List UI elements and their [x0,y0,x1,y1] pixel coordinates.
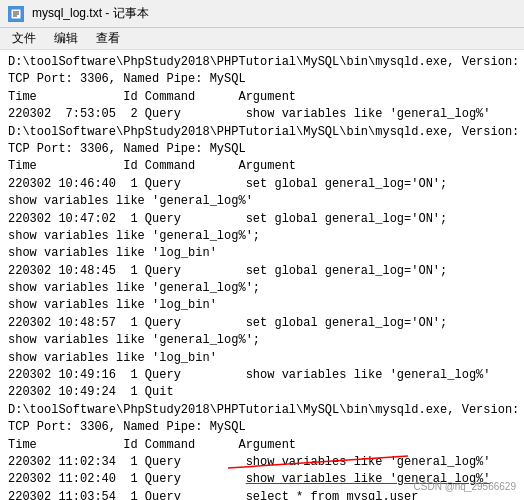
title-bar: mysql_log.txt - 记事本 [0,0,524,28]
menu-bar: 文件 编辑 查看 [0,28,524,50]
menu-file[interactable]: 文件 [4,28,44,49]
log-line: Time Id Command Argument [8,158,516,175]
log-line: 220302 10:47:02 1 Query set global gener… [8,211,516,228]
log-line: show variables like 'general_log%'; [8,280,516,297]
log-line: 220302 11:02:34 1 Query show variables l… [8,454,516,471]
window-title: mysql_log.txt - 记事本 [32,5,149,22]
log-line: 220302 10:49:16 1 Query show variables l… [8,367,516,384]
log-line: show variables like 'log_bin' [8,297,516,314]
log-line: TCP Port: 3306, Named Pipe: MySQL [8,141,516,158]
log-line: 220302 10:48:45 1 Query set global gener… [8,263,516,280]
log-line: 220302 10:49:24 1 Quit [8,384,516,401]
log-line: Time Id Command Argument [8,89,516,106]
log-line: 220302 10:48:57 1 Query set global gener… [8,315,516,332]
log-line: show variables like 'general_log%'; [8,228,516,245]
log-line: show variables like 'general_log%'; [8,332,516,349]
log-line: Time Id Command Argument [8,437,516,454]
log-line: show variables like 'log_bin' [8,245,516,262]
menu-view[interactable]: 查看 [88,28,128,49]
log-line: show variables like 'log_bin' [8,350,516,367]
log-line: D:\toolSoftware\PhpStudy2018\PHPTutorial… [8,402,516,419]
watermark: CSDN @nq_29566629 [414,481,516,492]
menu-edit[interactable]: 编辑 [46,28,86,49]
log-line: 220302 10:46:40 1 Query set global gener… [8,176,516,193]
log-line: 220302 7:53:05 2 Query show variables li… [8,106,516,123]
log-line: show variables like 'general_log%' [8,193,516,210]
log-line: TCP Port: 3306, Named Pipe: MySQL [8,71,516,88]
notepad-icon [8,6,24,22]
log-line: D:\toolSoftware\PhpStudy2018\PHPTutorial… [8,124,516,141]
log-line: D:\toolSoftware\PhpStudy2018\PHPTutorial… [8,54,516,71]
log-line: TCP Port: 3306, Named Pipe: MySQL [8,419,516,436]
content-area: D:\toolSoftware\PhpStudy2018\PHPTutorial… [0,50,524,500]
